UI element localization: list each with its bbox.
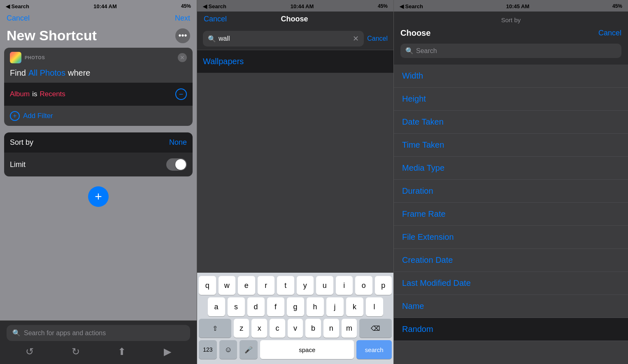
limit-label: Limit	[10, 160, 26, 169]
sort-option-creation-date[interactable]: Creation Date	[394, 249, 628, 272]
sort-option-name[interactable]: Name	[394, 295, 628, 318]
sort-option-height[interactable]: Height	[394, 88, 628, 111]
results-area	[197, 73, 393, 273]
panel-3-header: Sort by Choose Cancel 🔍 Search	[394, 12, 628, 65]
key-k[interactable]: k	[346, 297, 363, 316]
key-q[interactable]: q	[199, 276, 216, 295]
share-button-toolbar[interactable]: ⬆	[118, 346, 126, 357]
sort-option-duration[interactable]: Duration	[394, 180, 628, 203]
key-mic[interactable]: 🎤	[240, 340, 258, 359]
bottom-bar-1: 🔍 Search for apps and actions ↺ ↻ ⬆ ▶	[0, 320, 197, 364]
key-f[interactable]: f	[267, 297, 284, 316]
key-s[interactable]: s	[228, 297, 245, 316]
key-p[interactable]: p	[375, 276, 392, 295]
sort-option-media-type[interactable]: Media Type	[394, 157, 628, 180]
title-area-1: New Shortcut •••	[0, 26, 197, 48]
key-u[interactable]: u	[316, 276, 333, 295]
photos-close-button[interactable]: ✕	[178, 53, 187, 62]
sort-option-frame-rate[interactable]: Frame Rate	[394, 203, 628, 226]
back-button-toolbar[interactable]: ↺	[26, 346, 34, 357]
wallpapers-result[interactable]: Wallpapers	[203, 57, 244, 66]
back-indicator-3: ◀ Search	[400, 3, 423, 9]
key-d[interactable]: d	[247, 297, 265, 316]
next-button-1[interactable]: Next	[175, 14, 190, 23]
find-row: Find All Photos where	[4, 67, 193, 83]
key-space[interactable]: space	[260, 340, 354, 359]
cancel-button-2[interactable]: Cancel	[204, 15, 227, 23]
limit-toggle[interactable]	[166, 158, 187, 171]
panel-sort-by: ◀ Search 10:45 AM 45% Sort by Choose Can…	[393, 0, 628, 364]
key-r[interactable]: r	[258, 276, 275, 295]
search-actions-bar[interactable]: 🔍 Search for apps and actions	[7, 325, 190, 341]
key-x[interactable]: x	[251, 319, 267, 338]
sort-by-header-label: Sort by	[400, 15, 621, 27]
photos-card: PHOTOS ✕ Find All Photos where Album is …	[4, 48, 193, 126]
toggle-knob	[175, 159, 186, 170]
keyboard-row-1: q w e r t y u i o p	[199, 276, 392, 295]
key-h[interactable]: h	[307, 297, 324, 316]
status-right-2: 45%	[378, 3, 388, 9]
key-delete[interactable]: ⌫	[359, 319, 392, 338]
key-i[interactable]: i	[336, 276, 353, 295]
status-bar-2: ◀ Search 10:44 AM 45%	[197, 0, 393, 12]
add-action-button[interactable]: +	[88, 186, 109, 207]
key-search[interactable]: search	[356, 340, 392, 359]
album-label[interactable]: Album	[10, 90, 30, 98]
remove-filter-button[interactable]: −	[175, 88, 187, 100]
cancel-button-3[interactable]: Cancel	[598, 29, 621, 37]
sort-by-value[interactable]: None	[169, 138, 187, 147]
key-b[interactable]: b	[305, 319, 321, 338]
recents-label[interactable]: Recents	[40, 90, 65, 98]
key-shift[interactable]: ⇧	[199, 319, 231, 338]
keyboard-row-3: ⇧ z x c v b n m ⌫	[199, 319, 392, 338]
key-y[interactable]: y	[297, 276, 314, 295]
key-j[interactable]: j	[326, 297, 344, 316]
sort-option-time-taken[interactable]: Time Taken	[394, 134, 628, 157]
clear-input-button[interactable]: ✕	[353, 34, 359, 43]
key-m[interactable]: m	[342, 319, 357, 338]
photos-label: PHOTOS	[25, 55, 45, 60]
sort-search-bar[interactable]: 🔍 Search	[400, 44, 621, 58]
sort-row[interactable]: Sort by None	[4, 132, 193, 153]
key-e[interactable]: e	[238, 276, 255, 295]
status-right-3: 45%	[612, 3, 622, 9]
forward-button-toolbar[interactable]: ↻	[72, 346, 80, 357]
cancel-search-button[interactable]: Cancel	[367, 35, 388, 42]
more-icon: •••	[178, 31, 187, 40]
add-filter-row: + Add Filter	[4, 106, 193, 126]
key-g[interactable]: g	[287, 297, 304, 316]
sort-option-date-taken[interactable]: Date Taken	[394, 111, 628, 134]
key-o[interactable]: o	[355, 276, 372, 295]
battery-1: 45%	[181, 3, 191, 9]
all-photos-link[interactable]: All Photos	[28, 68, 65, 78]
sort-search-placeholder: Search	[416, 47, 437, 55]
sort-option-random[interactable]: Random	[394, 318, 628, 341]
is-label: is	[32, 90, 37, 98]
filter-text: Album is Recents	[10, 90, 65, 98]
status-right-1: 45%	[181, 3, 191, 9]
nav-bar-1: Cancel Next	[0, 12, 197, 26]
play-button-toolbar[interactable]: ▶	[164, 346, 171, 357]
cancel-button-1[interactable]: Cancel	[7, 14, 30, 23]
key-a[interactable]: a	[208, 297, 225, 316]
keyboard-row-2: a s d f g h j k l	[199, 297, 392, 316]
key-123[interactable]: 123	[199, 340, 217, 359]
key-emoji[interactable]: ☺	[219, 340, 237, 359]
filter-row: Album is Recents −	[4, 83, 193, 106]
sort-option-file-extension[interactable]: File Extension	[394, 226, 628, 249]
search-input-2[interactable]	[219, 35, 350, 42]
search-result-row[interactable]: Wallpapers	[197, 50, 393, 73]
key-n[interactable]: n	[323, 319, 339, 338]
sort-option-last-modified-date[interactable]: Last Modified Date	[394, 272, 628, 295]
search-input-wrap: 🔍 ✕	[203, 31, 364, 46]
key-t[interactable]: t	[277, 276, 294, 295]
key-w[interactable]: w	[219, 276, 236, 295]
key-v[interactable]: v	[288, 319, 303, 338]
key-l[interactable]: l	[366, 297, 383, 316]
key-c[interactable]: c	[270, 319, 285, 338]
more-button[interactable]: •••	[175, 28, 190, 43]
add-filter-label[interactable]: Add Filter	[23, 112, 53, 120]
sort-option-width[interactable]: Width	[394, 65, 628, 88]
photos-header: PHOTOS ✕	[4, 48, 193, 67]
key-z[interactable]: z	[234, 319, 249, 338]
